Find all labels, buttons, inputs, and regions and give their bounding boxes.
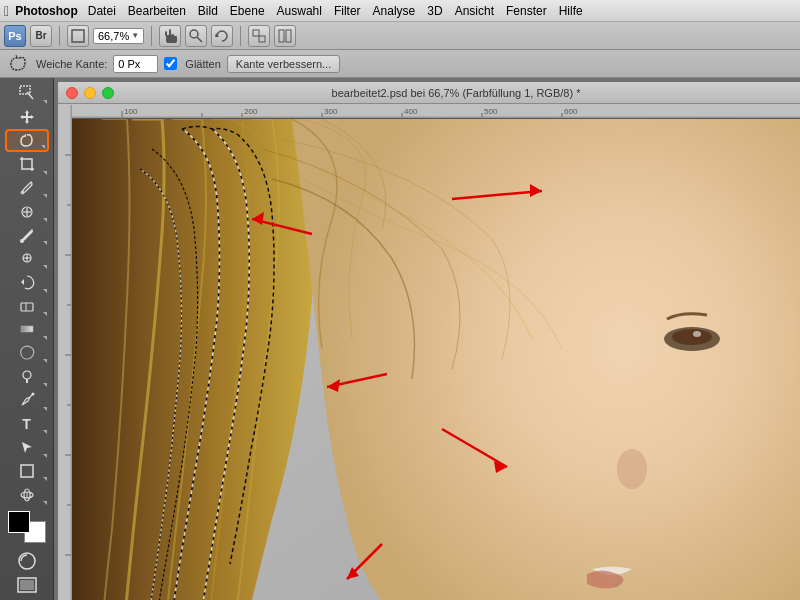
svg-point-58 (617, 449, 647, 489)
traffic-light-minimize[interactable] (84, 87, 96, 99)
menu-bar:  Photoshop Datei Bearbeiten Bild Ebene … (0, 0, 800, 22)
menu-datei[interactable]: Datei (88, 4, 116, 18)
feather-label: Weiche Kante: (36, 58, 107, 70)
rotate-btn[interactable] (211, 25, 233, 47)
svg-rect-19 (21, 303, 33, 311)
toolbar: T (0, 78, 54, 600)
menu-bearbeiten[interactable]: Bearbeiten (128, 4, 186, 18)
hand-tool-btn[interactable] (159, 25, 181, 47)
svg-rect-25 (21, 465, 33, 477)
tool-move[interactable] (5, 106, 49, 129)
svg-point-1 (190, 30, 198, 38)
svg-rect-0 (72, 30, 84, 42)
menu-ansicht[interactable]: Ansicht (455, 4, 494, 18)
document-title-bar: bearbeitet2.psd bei 66,7% (Farbfüllung 1… (58, 82, 800, 104)
arrange-2-btn[interactable] (274, 25, 296, 47)
frame-btn[interactable] (67, 25, 89, 47)
options-bar: Ps Br 66,7% ▼ (0, 22, 800, 50)
ruler-horizontal: 100 200 300 400 500 600 (58, 104, 800, 118)
tool-path-select[interactable] (5, 436, 49, 459)
svg-line-2 (197, 37, 202, 42)
refine-edge-button[interactable]: Kante verbessern... (227, 55, 340, 73)
svg-point-14 (20, 239, 24, 243)
separator-2 (151, 26, 152, 46)
ruler-vertical (58, 105, 72, 600)
fg-color-swatch[interactable] (8, 511, 30, 533)
menu-ebene[interactable]: Ebene (230, 4, 265, 18)
menu-filter[interactable]: Filter (334, 4, 361, 18)
tool-screen-mode[interactable] (5, 574, 49, 597)
svg-point-60 (672, 329, 712, 345)
document-window: bearbeitet2.psd bei 66,7% (Farbfüllung 1… (58, 82, 800, 600)
svg-rect-31 (20, 580, 34, 590)
tool-options-bar: Weiche Kante: Glätten Kante verbessern..… (0, 50, 800, 78)
svg-rect-7 (286, 30, 291, 42)
ps-logo-btn[interactable]: Ps (4, 25, 26, 47)
menu-bild[interactable]: Bild (198, 4, 218, 18)
color-swatches[interactable] (8, 511, 46, 543)
separator-3 (240, 26, 241, 46)
tool-blur[interactable] (5, 342, 49, 365)
tool-3d[interactable] (5, 483, 49, 506)
main-area: T (0, 78, 800, 600)
svg-rect-6 (279, 30, 284, 42)
traffic-light-maximize[interactable] (102, 87, 114, 99)
svg-text:300: 300 (324, 107, 338, 116)
svg-text:600: 600 (564, 107, 578, 116)
menu-hilfe[interactable]: Hilfe (559, 4, 583, 18)
menu-3d[interactable]: 3D (427, 4, 442, 18)
app-name: Photoshop (15, 4, 78, 18)
svg-text:200: 200 (244, 107, 258, 116)
tool-crop[interactable] (5, 153, 49, 176)
svg-rect-5 (259, 36, 265, 42)
svg-rect-21 (21, 326, 33, 332)
svg-point-61 (693, 331, 701, 337)
svg-point-22 (23, 371, 31, 379)
svg-rect-4 (253, 30, 259, 36)
svg-text:500: 500 (484, 107, 498, 116)
svg-text:400: 400 (404, 107, 418, 116)
br-btn[interactable]: Br (30, 25, 52, 47)
tool-eyedropper[interactable] (5, 177, 49, 200)
tool-pen[interactable] (5, 389, 49, 412)
lasso-icon (8, 53, 30, 75)
arrange-btn[interactable] (248, 25, 270, 47)
tool-quick-mask[interactable] (5, 550, 49, 573)
tool-shape[interactable] (5, 460, 49, 483)
document-title: bearbeitet2.psd bei 66,7% (Farbfüllung 1… (120, 87, 792, 99)
tool-healing[interactable] (5, 200, 49, 223)
tool-dodge[interactable] (5, 365, 49, 388)
tool-clone[interactable] (5, 247, 49, 270)
tool-gradient[interactable] (5, 318, 49, 341)
apple-menu[interactable]:  (4, 3, 9, 19)
tool-type[interactable]: T (5, 413, 49, 436)
svg-line-9 (27, 92, 33, 99)
menu-auswahl[interactable]: Auswahl (277, 4, 322, 18)
svg-point-24 (31, 393, 34, 396)
tool-lasso[interactable] (5, 129, 49, 152)
feather-input[interactable] (113, 55, 158, 73)
smooth-label: Glätten (185, 58, 220, 70)
traffic-light-close[interactable] (66, 87, 78, 99)
menu-analyse[interactable]: Analyse (373, 4, 416, 18)
svg-point-18 (26, 257, 28, 259)
tool-eraser[interactable] (5, 295, 49, 318)
zoom-display: 66,7% ▼ (93, 28, 144, 44)
tool-brush[interactable] (5, 224, 49, 247)
zoom-tool-btn[interactable] (185, 25, 207, 47)
canvas-content (72, 119, 800, 600)
canvas-area: bearbeitet2.psd bei 66,7% (Farbfüllung 1… (54, 78, 800, 600)
tool-selection[interactable] (5, 82, 49, 105)
tool-history[interactable] (5, 271, 49, 294)
separator-1 (59, 26, 60, 46)
zoom-dropdown-icon[interactable]: ▼ (131, 31, 139, 40)
smooth-checkbox[interactable] (164, 57, 177, 70)
menu-fenster[interactable]: Fenster (506, 4, 547, 18)
svg-text:100: 100 (124, 107, 138, 116)
